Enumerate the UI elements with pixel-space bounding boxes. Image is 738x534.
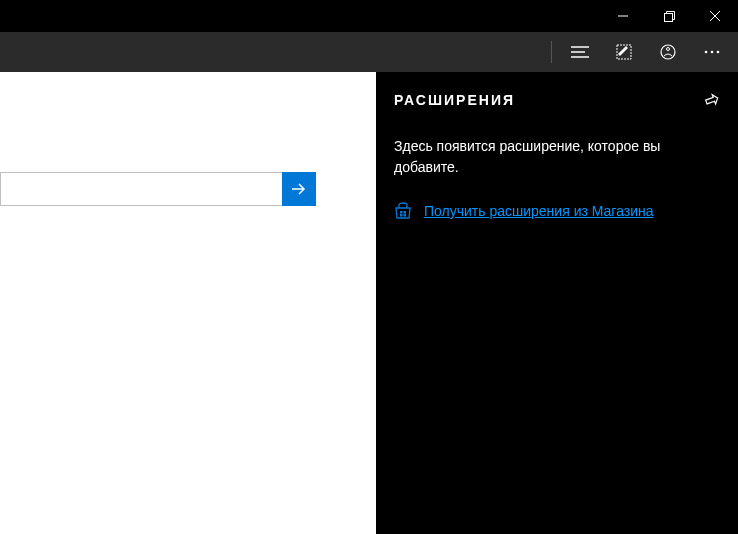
pin-button[interactable] [704, 92, 720, 108]
pin-icon [704, 92, 720, 108]
svg-rect-16 [400, 214, 403, 217]
window-titlebar [0, 0, 738, 32]
svg-point-12 [717, 51, 720, 54]
extensions-panel: РАСШИРЕНИЯ Здесь появится расширение, ко… [376, 72, 738, 534]
svg-rect-15 [404, 211, 407, 214]
search-submit-button[interactable] [282, 172, 316, 206]
more-button[interactable] [690, 32, 734, 72]
get-extensions-link[interactable]: Получить расширения из Магазина [424, 203, 654, 219]
svg-rect-1 [664, 13, 672, 21]
empty-state-text: Здесь появится расширение, которое вы до… [394, 136, 720, 178]
main-content-area [0, 72, 376, 534]
toolbar-divider [551, 41, 552, 63]
maximize-button[interactable] [646, 0, 692, 32]
browser-toolbar [0, 32, 738, 72]
svg-point-10 [705, 51, 708, 54]
hub-button[interactable] [558, 32, 602, 72]
search-input[interactable] [0, 172, 282, 206]
minimize-button[interactable] [600, 0, 646, 32]
svg-point-9 [667, 48, 670, 51]
panel-title: РАСШИРЕНИЯ [394, 92, 515, 108]
web-note-button[interactable] [602, 32, 646, 72]
arrow-right-icon [290, 180, 308, 198]
svg-point-11 [711, 51, 714, 54]
svg-rect-17 [404, 214, 407, 217]
close-button[interactable] [692, 0, 738, 32]
share-button[interactable] [646, 32, 690, 72]
search-box [0, 172, 316, 206]
store-icon [394, 202, 412, 220]
svg-rect-14 [400, 211, 403, 214]
